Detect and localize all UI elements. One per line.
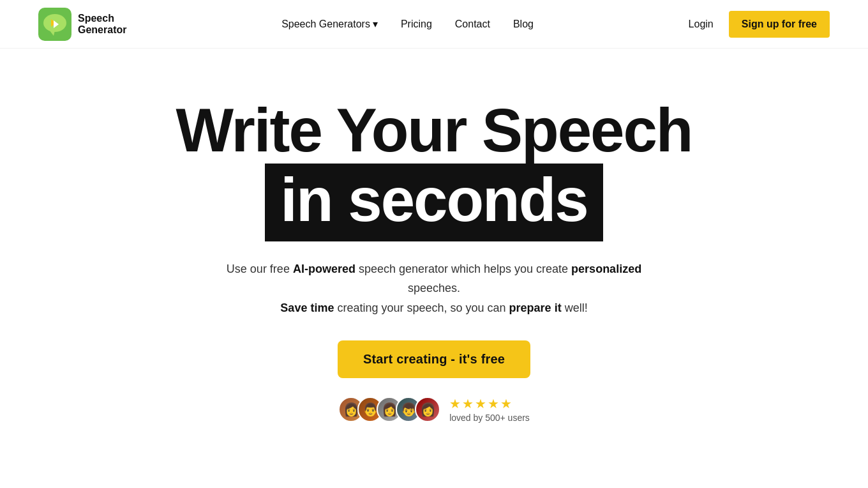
user-avatars: 👩 👨 👩 👦 👩 — [338, 397, 440, 422]
nav-item-speech-generators[interactable]: Speech Generators ▾ — [281, 18, 378, 30]
nav-link-speech-generators[interactable]: Speech Generators ▾ — [281, 18, 378, 30]
nav-item-pricing[interactable]: Pricing — [401, 19, 432, 30]
nav-link-pricing[interactable]: Pricing — [401, 19, 432, 29]
hero-section: Write Your Speech in seconds Use our fre… — [0, 49, 868, 461]
star-5: ★ — [500, 396, 512, 411]
hero-title-line1: Write Your Speech — [176, 100, 692, 161]
star-rating: ★ ★ ★ ★ ★ — [449, 396, 530, 411]
nav-item-contact[interactable]: Contact — [455, 19, 490, 30]
loved-by-text: loved by 500+ users — [449, 413, 530, 423]
avatar: 👩 — [415, 397, 440, 422]
logo-icon — [38, 8, 71, 41]
navbar: Speech Generator Speech Generators ▾ Pri… — [0, 0, 868, 49]
signup-button[interactable]: Sign up for free — [729, 11, 830, 38]
nav-right: Login Sign up for free — [689, 11, 830, 38]
nav-links: Speech Generators ▾ Pricing Contact Blog — [281, 18, 534, 30]
hero-title: Write Your Speech in seconds — [176, 100, 692, 241]
login-link[interactable]: Login — [689, 19, 714, 30]
logo[interactable]: Speech Generator — [38, 8, 126, 41]
logo-text: Speech Generator — [78, 13, 126, 35]
hero-title-line2: in seconds — [265, 164, 602, 241]
star-4: ★ — [488, 396, 499, 411]
star-1: ★ — [449, 396, 461, 411]
star-3: ★ — [475, 396, 486, 411]
stars-text: ★ ★ ★ ★ ★ loved by 500+ users — [449, 396, 530, 423]
nav-link-blog[interactable]: Blog — [513, 19, 534, 29]
chevron-down-icon: ▾ — [373, 18, 378, 30]
social-proof: 👩 👨 👩 👦 👩 ★ ★ ★ ★ ★ loved by 5 — [338, 396, 530, 423]
hero-subtitle: Use our free AI-powered speech generator… — [211, 259, 657, 318]
star-2: ★ — [462, 396, 474, 411]
nav-link-contact[interactable]: Contact — [455, 19, 490, 29]
start-creating-button[interactable]: Start creating - it's free — [338, 340, 530, 378]
nav-item-blog[interactable]: Blog — [513, 19, 534, 30]
